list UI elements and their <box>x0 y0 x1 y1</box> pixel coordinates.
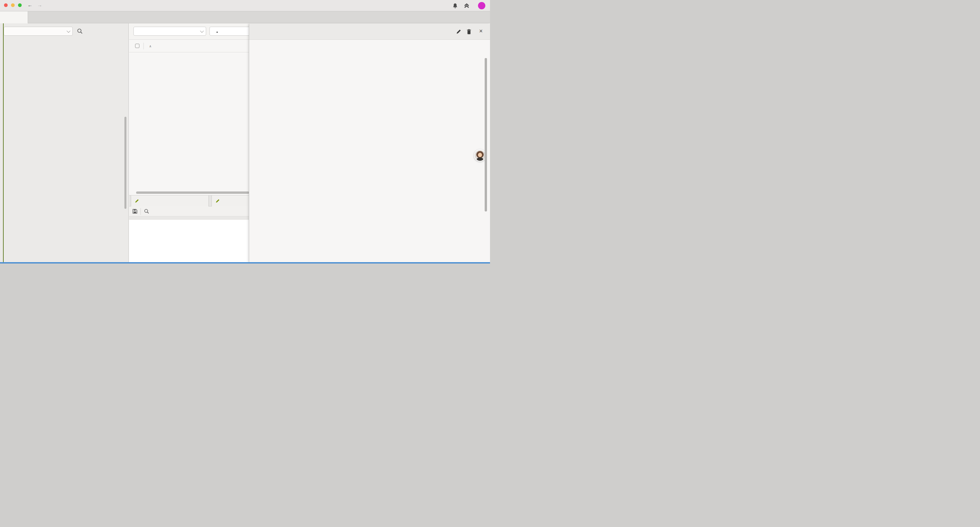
delete-trash-icon[interactable] <box>467 29 471 34</box>
titlebar: ← → <box>0 0 490 11</box>
edit-pencil-icon <box>215 199 220 203</box>
regex-toggle[interactable] <box>216 29 218 34</box>
detail-header: × <box>249 24 490 40</box>
dock-tab-prometheusrule[interactable] <box>131 196 209 207</box>
namespace-select[interactable] <box>134 27 206 36</box>
chevron-down-icon <box>200 29 204 32</box>
minimize-window-button[interactable] <box>11 3 15 7</box>
close-window-button[interactable] <box>4 3 8 7</box>
upgrade-button[interactable] <box>464 3 472 8</box>
column-header-name[interactable]: ∧ <box>146 40 151 53</box>
sort-asc-icon: ∧ <box>149 45 151 48</box>
bottom-accent-bar <box>0 262 490 263</box>
edit-pencil-icon <box>135 199 139 203</box>
maximize-window-button[interactable] <box>18 3 22 7</box>
notification-badge[interactable] <box>478 2 485 10</box>
detail-scrollbar[interactable] <box>485 58 487 212</box>
editor-search-icon[interactable] <box>141 209 152 214</box>
header-divider <box>143 43 144 49</box>
forward-button[interactable]: → <box>37 2 43 8</box>
tab-navigator[interactable] <box>0 11 28 23</box>
dock-tab-2[interactable] <box>212 196 251 207</box>
navigator-sidebar <box>0 23 129 262</box>
sidebar-search-icon[interactable] <box>77 29 83 34</box>
kubeconfig-select[interactable] <box>4 27 73 36</box>
table-horizontal-scrollbar[interactable] <box>136 191 249 194</box>
chevron-down-icon <box>67 29 70 32</box>
bell-icon[interactable] <box>453 3 458 9</box>
upgrade-icon <box>464 3 470 8</box>
back-button[interactable]: ← <box>27 2 33 8</box>
close-panel-icon[interactable]: × <box>479 28 483 35</box>
edit-pencil-icon[interactable] <box>456 29 461 34</box>
cluster-accent-line <box>3 23 4 262</box>
detail-body <box>249 40 490 262</box>
sidebar-scrollbar[interactable] <box>124 117 126 209</box>
save-button[interactable] <box>129 209 140 214</box>
assistant-avatar[interactable] <box>474 150 486 161</box>
select-all-checkbox[interactable] <box>135 44 139 48</box>
app-window: ← → <box>0 0 490 263</box>
tab-bar <box>0 11 490 23</box>
service-detail-panel: × <box>249 24 490 262</box>
